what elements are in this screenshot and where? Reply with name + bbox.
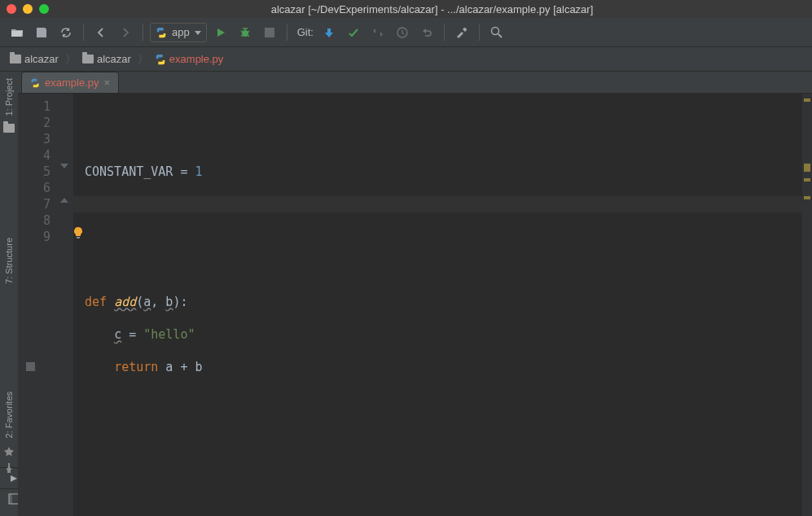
line-number: 1	[18, 98, 50, 115]
python-file-icon	[155, 54, 166, 65]
line-number: 7	[18, 196, 50, 212]
breadcrumb-folder-label: alcazar	[97, 53, 131, 65]
code-token: def	[85, 295, 114, 309]
breadcrumb-root[interactable]: alcazar	[7, 51, 62, 67]
code-token: ,	[151, 295, 165, 309]
python-file-icon	[30, 78, 40, 88]
breadcrumb-file-label: example.py	[169, 53, 223, 65]
code-token	[85, 327, 114, 342]
editor-tabs: example.py ×	[18, 72, 812, 94]
run-configuration-selector[interactable]: app	[150, 23, 207, 42]
structure-tool-button[interactable]: 7: Structure	[4, 234, 14, 287]
breadcrumb-bar: alcazar 〉 alcazar 〉 example.py	[0, 47, 812, 72]
line-number: 8	[18, 212, 50, 229]
tab-example-py[interactable]: example.py ×	[21, 72, 119, 93]
stop-run-button[interactable]	[23, 358, 39, 374]
minimize-window-button[interactable]	[23, 4, 33, 14]
line-number: 2	[18, 115, 50, 131]
breadcrumb-root-label: alcazar	[24, 53, 59, 65]
back-button[interactable]	[90, 22, 112, 43]
project-tool-button[interactable]: 1: Project	[4, 75, 14, 119]
python-icon	[156, 27, 167, 38]
svg-rect-4	[77, 237, 80, 238]
save-button[interactable]	[31, 22, 52, 43]
code-token: =	[173, 164, 195, 179]
editor-area: example.py × 1 2 3 4 5 6 7 8 9 C	[18, 72, 812, 313]
chevron-down-icon	[195, 29, 201, 36]
tab-close-button[interactable]: ×	[103, 77, 110, 89]
code-token: =	[121, 327, 143, 342]
favorites-tool-button[interactable]: 2: Favorites	[4, 388, 14, 441]
code-token: c	[114, 327, 121, 342]
pin-icon[interactable]	[3, 462, 15, 474]
error-stripe[interactable]	[802, 94, 812, 516]
code-token: add	[114, 295, 136, 309]
star-icon	[3, 446, 15, 457]
code-token: 1	[195, 164, 202, 179]
git-update-button[interactable]	[318, 22, 340, 43]
maximize-window-button[interactable]	[39, 4, 49, 14]
titlebar: alcazar [~/DevExperiments/alcazar] - ...…	[0, 0, 812, 18]
fold-start-icon[interactable]	[60, 164, 68, 172]
code-token: b	[195, 360, 202, 374]
svg-point-3	[491, 27, 498, 34]
line-number: 5	[18, 164, 50, 180]
run-button[interactable]	[210, 22, 231, 43]
left-tool-rail: 1: Project 7: Structure 2: Favorites	[0, 72, 18, 477]
debug-button[interactable]	[235, 22, 256, 43]
svg-point-0	[242, 30, 248, 37]
run-config-label: app	[172, 26, 190, 38]
folder-icon	[82, 55, 94, 63]
line-number: 6	[18, 180, 50, 196]
code-token	[85, 360, 114, 374]
fold-gutter	[59, 94, 73, 516]
folder-icon	[3, 124, 15, 133]
chevron-right-icon: 〉	[65, 52, 76, 67]
breadcrumb-file[interactable]: example.py	[151, 51, 226, 67]
git-commit-button[interactable]	[343, 22, 364, 43]
code-content[interactable]: CONSTANT_VAR = 1 def add(a, b): c = "hel…	[73, 94, 812, 516]
main-toolbar: app Git:	[0, 18, 812, 47]
line-number: 9	[18, 229, 50, 245]
code-editor[interactable]: 1 2 3 4 5 6 7 8 9 CONSTANT_VAR = 1 def a…	[18, 94, 812, 516]
fold-end-icon[interactable]	[60, 198, 68, 206]
refresh-button[interactable]	[55, 22, 77, 43]
breadcrumb-folder[interactable]: alcazar	[79, 51, 134, 67]
chevron-right-icon: 〉	[138, 52, 148, 67]
stop-button[interactable]	[259, 22, 280, 43]
folder-icon	[10, 55, 21, 63]
line-number: 4	[18, 147, 50, 164]
line-number: 3	[18, 131, 50, 147]
window-title: alcazar [~/DevExperiments/alcazar] - ...…	[59, 3, 805, 15]
open-button[interactable]	[7, 22, 28, 43]
git-compare-button[interactable]	[367, 22, 388, 43]
code-token: +	[173, 360, 195, 374]
git-revert-button[interactable]	[416, 22, 437, 43]
svg-rect-6	[26, 362, 35, 371]
code-token: a	[143, 295, 151, 309]
window-controls	[7, 4, 49, 14]
search-button[interactable]	[486, 22, 507, 43]
svg-rect-1	[265, 28, 274, 37]
close-window-button[interactable]	[7, 4, 16, 14]
code-token: (	[136, 295, 143, 309]
git-history-button[interactable]	[392, 22, 413, 43]
code-token: "hello"	[143, 327, 195, 342]
intention-bulb-icon[interactable]	[72, 194, 85, 207]
svg-rect-14	[9, 494, 12, 504]
code-token: ):	[173, 295, 187, 309]
line-number-gutter: 1 2 3 4 5 6 7 8 9	[18, 94, 59, 516]
code-token: return	[114, 360, 165, 374]
build-button[interactable]	[451, 22, 472, 43]
tab-label: example.py	[45, 77, 99, 89]
forward-button[interactable]	[115, 22, 136, 43]
code-token: CONSTANT_VAR	[85, 164, 173, 179]
git-label: Git:	[297, 26, 314, 38]
